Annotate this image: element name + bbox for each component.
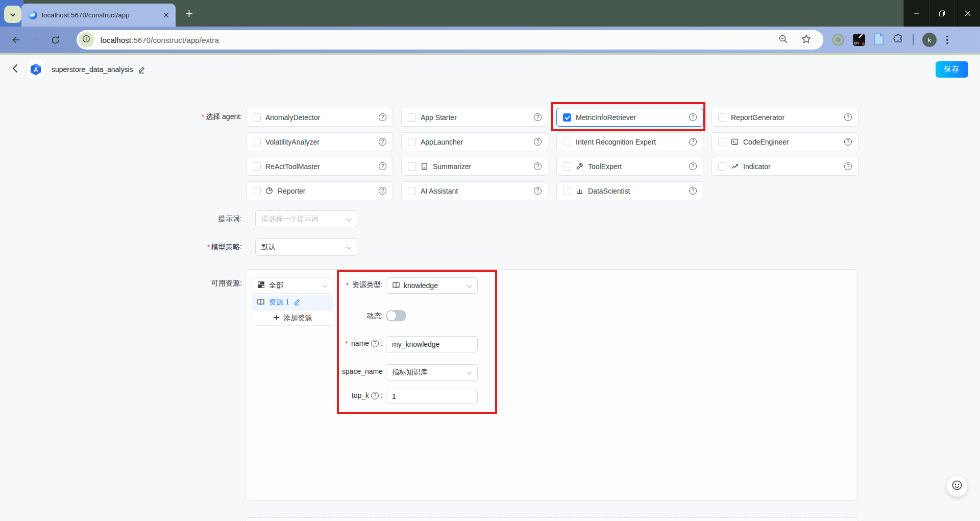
agent-checkbox[interactable]: [253, 113, 261, 122]
agent-checkbox[interactable]: [408, 162, 416, 171]
help-icon[interactable]: ?: [379, 187, 386, 195]
agent-checkbox[interactable]: [253, 187, 261, 195]
help-icon[interactable]: ?: [534, 187, 542, 195]
svg-text:A: A: [34, 66, 38, 74]
profile-avatar[interactable]: k: [922, 33, 937, 47]
toolbar-divider: [913, 34, 914, 45]
app-logo: A: [26, 60, 45, 79]
strategy-select[interactable]: 默认: [255, 239, 357, 256]
annotation-box-agent: [551, 102, 705, 131]
agent-card[interactable]: AnomalyDetector ?: [246, 108, 393, 127]
agent-card[interactable]: AppLauncher ?: [401, 132, 548, 151]
help-icon[interactable]: ?: [844, 138, 852, 146]
agent-icon: [576, 187, 583, 195]
agent-checkbox[interactable]: [408, 187, 416, 195]
app-title: superstore_data_analysis: [52, 65, 133, 74]
help-icon[interactable]: ?: [379, 113, 386, 121]
url-text: localhost:5670/construct/app/extra: [101, 36, 219, 44]
agent-card[interactable]: CodeEngineer ?: [712, 132, 859, 151]
resource-tree-item[interactable]: 资源 1: [252, 295, 333, 310]
help-icon[interactable]: ?: [379, 138, 386, 146]
edit-title-icon[interactable]: [138, 66, 145, 74]
agent-checkbox[interactable]: [563, 138, 571, 146]
page-header: A superstore_data_analysis 保存: [0, 55, 980, 84]
browser-menu-icon[interactable]: [945, 35, 949, 45]
save-button[interactable]: 保存: [936, 61, 968, 78]
agent-card[interactable]: ReportGenerator ?: [712, 108, 859, 127]
tab-close-icon[interactable]: [161, 11, 170, 20]
agent-card[interactable]: ReActToolMaster ?: [246, 157, 393, 176]
chevron-down-icon: [10, 10, 16, 19]
agent-label: Summarizer: [433, 162, 529, 171]
bookmark-star-icon[interactable]: [801, 34, 811, 46]
help-icon[interactable]: ?: [379, 162, 386, 170]
agent-card[interactable]: App Starter ?: [401, 108, 548, 127]
help-icon[interactable]: ?: [689, 162, 697, 170]
strategy-field-label: *模型策略:: [0, 243, 242, 252]
agent-checkbox[interactable]: [408, 113, 416, 122]
agent-checkbox[interactable]: [563, 162, 571, 171]
agent-card[interactable]: ToolExpert ?: [556, 157, 703, 176]
help-icon[interactable]: ?: [844, 162, 852, 170]
translate-extension-icon[interactable]: en: [853, 34, 865, 46]
agent-icon: [731, 162, 739, 170]
agent-checkbox[interactable]: [718, 113, 726, 122]
tab-search-button[interactable]: [4, 6, 21, 23]
agent-label: ReportGenerator: [731, 113, 840, 122]
reload-button[interactable]: [49, 34, 61, 46]
agent-checkbox[interactable]: [408, 138, 416, 146]
document-extension-icon[interactable]: [874, 33, 884, 47]
plus-icon: [185, 10, 193, 19]
agent-label: Reporter: [278, 187, 374, 195]
minimize-button[interactable]: [903, 0, 929, 27]
agent-label: CodeEngineer: [743, 138, 840, 146]
help-icon[interactable]: ?: [844, 113, 852, 121]
agent-label: Intent Recognition Expert: [576, 138, 684, 146]
back-button[interactable]: [10, 34, 22, 46]
agent-checkbox[interactable]: [718, 162, 726, 171]
agent-icon: [265, 187, 273, 195]
site-info-chip[interactable]: [79, 32, 94, 48]
agent-card[interactable]: Reporter ?: [246, 181, 393, 200]
prompt-placeholder: 请选择一个提示词: [261, 215, 318, 224]
extension-icon[interactable]: [832, 34, 844, 46]
agent-checkbox[interactable]: [253, 162, 261, 171]
browser-toolbar: localhost:5670/construct/app/extra en k: [0, 27, 980, 53]
close-button[interactable]: [954, 0, 980, 27]
agent-label: AppLauncher: [421, 138, 529, 146]
back-chevron-icon[interactable]: [12, 64, 18, 75]
window-controls: [903, 0, 980, 27]
help-icon[interactable]: ?: [534, 113, 542, 121]
agent-card[interactable]: DataScientist ?: [556, 181, 703, 200]
feedback-fab[interactable]: [947, 476, 967, 496]
restore-button[interactable]: [929, 0, 954, 27]
agent-icon: [731, 138, 739, 146]
agent-card[interactable]: VolatilityAnalyzer ?: [246, 132, 393, 151]
chevron-down-icon: [346, 243, 352, 251]
help-icon[interactable]: ?: [689, 138, 697, 146]
agent-label: ToolExpert: [588, 162, 684, 171]
forward-button[interactable]: [30, 34, 42, 46]
site-favicon: [29, 11, 37, 19]
address-bar[interactable]: localhost:5670/construct/app/extra: [77, 30, 823, 50]
agent-label: AI Assistant: [421, 187, 529, 195]
zoom-icon[interactable]: [778, 34, 788, 46]
help-icon[interactable]: ?: [534, 138, 542, 146]
agent-card[interactable]: Intent Recognition Expert ?: [556, 132, 703, 151]
agent-card[interactable]: AI Assistant ?: [401, 181, 548, 200]
agent-checkbox[interactable]: [718, 138, 726, 146]
edit-resource-icon[interactable]: [293, 298, 301, 307]
agent-card[interactable]: Summarizer ?: [401, 157, 548, 176]
agent-checkbox[interactable]: [253, 138, 261, 146]
help-icon[interactable]: ?: [689, 187, 697, 195]
help-icon[interactable]: ?: [534, 162, 542, 170]
next-section-box: [245, 517, 857, 521]
browser-tab[interactable]: localhost:5670/construct/app: [21, 4, 176, 27]
extensions-puzzle-icon[interactable]: [893, 33, 904, 46]
agent-card[interactable]: Indicator ?: [712, 157, 859, 176]
agent-checkbox[interactable]: [563, 187, 571, 195]
resource-item-label: 资源 1: [269, 298, 289, 307]
prompt-select[interactable]: 请选择一个提示词: [255, 210, 357, 227]
agent-label: Indicator: [743, 162, 840, 171]
new-tab-button[interactable]: [181, 6, 197, 22]
